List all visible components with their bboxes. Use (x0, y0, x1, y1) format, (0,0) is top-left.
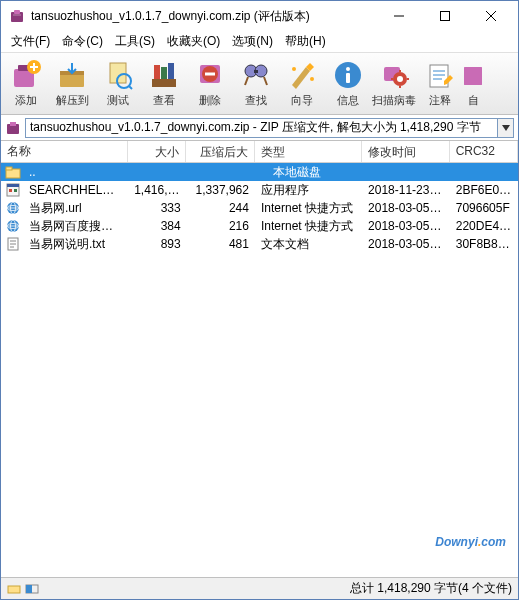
svg-rect-18 (168, 63, 174, 79)
file-crc: 7096605F (450, 200, 518, 216)
svg-rect-45 (14, 189, 17, 192)
column-headers: 名称 大小 压缩后大小 类型 修改时间 CRC32 (1, 141, 518, 163)
view-icon (148, 59, 180, 91)
app-icon (9, 8, 25, 24)
view-button[interactable]: 查看 (141, 55, 187, 113)
delete-icon (194, 59, 226, 91)
path-dropdown[interactable] (498, 118, 514, 138)
parent-folder-row[interactable]: .. 本地磁盘 (1, 163, 518, 181)
file-crc: 220DE432 (450, 218, 518, 234)
file-size: 333 (128, 200, 187, 216)
svg-rect-1 (14, 10, 20, 14)
info-button[interactable]: 信息 (325, 55, 371, 113)
add-button[interactable]: 添加 (3, 55, 49, 113)
file-name: 当易网说明.txt (23, 235, 128, 254)
address-bar (1, 115, 518, 141)
menu-options[interactable]: 选项(N) (226, 31, 279, 52)
svg-rect-10 (60, 73, 84, 87)
toolbar: 添加 解压到 测试 查看 删除 查找 向导 信息 扫描病毒 注释 自 (1, 53, 518, 115)
sfx-icon (463, 59, 483, 91)
status-icon-2 (25, 583, 39, 595)
test-icon (102, 59, 134, 91)
test-button[interactable]: 测试 (95, 55, 141, 113)
svg-rect-58 (8, 586, 20, 593)
menu-bar: 文件(F) 命令(C) 工具(S) 收藏夹(O) 选项(N) 帮助(H) (1, 31, 518, 53)
virus-icon (378, 59, 410, 91)
svg-rect-2 (13, 14, 21, 16)
file-list[interactable]: .. 本地磁盘 SEARCHHELPE...1,416,6801,337,962… (1, 163, 518, 577)
menu-tools[interactable]: 工具(S) (109, 31, 161, 52)
close-button[interactable] (468, 1, 514, 31)
path-input[interactable] (25, 118, 498, 138)
col-name[interactable]: 名称 (1, 141, 128, 162)
file-modified: 2018-03-05 1... (362, 200, 450, 216)
menu-file[interactable]: 文件(F) (5, 31, 56, 52)
maximize-button[interactable] (422, 1, 468, 31)
file-modified: 2018-03-05 1... (362, 236, 450, 252)
file-icon (5, 236, 21, 252)
file-row[interactable]: 当易网百度搜索...384216Internet 快捷方式2018-03-05 … (1, 217, 518, 235)
col-size[interactable]: 大小 (128, 141, 187, 162)
file-packed: 1,337,962 (187, 182, 255, 198)
col-type[interactable]: 类型 (255, 141, 362, 162)
col-packed[interactable]: 压缩后大小 (186, 141, 254, 162)
file-row[interactable]: 当易网.url333244Internet 快捷方式2018-03-05 1..… (1, 199, 518, 217)
file-size: 384 (128, 218, 187, 234)
file-type: Internet 快捷方式 (255, 199, 362, 218)
status-icon-1 (7, 583, 21, 595)
virus-scan-button[interactable]: 扫描病毒 (371, 55, 417, 113)
comment-button[interactable]: 注释 (417, 55, 463, 113)
file-packed: 216 (187, 218, 255, 234)
status-total: 总计 1,418,290 字节(4 个文件) (350, 580, 512, 597)
delete-button[interactable]: 删除 (187, 55, 233, 113)
extract-icon (56, 59, 88, 91)
col-modified[interactable]: 修改时间 (362, 141, 450, 162)
wizard-button[interactable]: 向导 (279, 55, 325, 113)
parent-type: 本地磁盘 (267, 163, 377, 182)
file-row[interactable]: SEARCHHELPE...1,416,6801,337,962应用程序2018… (1, 181, 518, 199)
find-button[interactable]: 查找 (233, 55, 279, 113)
file-icon (5, 200, 21, 216)
svg-rect-37 (463, 67, 483, 85)
minimize-button[interactable] (376, 1, 422, 31)
file-name: SEARCHHELPE... (23, 182, 128, 198)
extract-button[interactable]: 解压到 (49, 55, 95, 113)
sfx-button[interactable]: 自 (463, 55, 483, 113)
wizard-icon (286, 59, 318, 91)
svg-rect-43 (7, 184, 19, 187)
svg-line-14 (129, 86, 132, 89)
file-size: 893 (128, 236, 187, 252)
menu-favorites[interactable]: 收藏夹(O) (161, 31, 226, 52)
status-bar: 总计 1,418,290 字节(4 个文件) (1, 577, 518, 599)
file-packed: 481 (187, 236, 255, 252)
window-controls (376, 1, 514, 31)
svg-point-25 (292, 67, 296, 71)
svg-point-28 (346, 67, 350, 71)
file-modified: 2018-11-23 1... (362, 182, 450, 198)
svg-rect-16 (154, 65, 160, 79)
comment-icon (424, 59, 456, 91)
file-name: 当易网百度搜索... (23, 217, 128, 236)
svg-rect-29 (346, 73, 350, 83)
menu-help[interactable]: 帮助(H) (279, 31, 332, 52)
file-type: 应用程序 (255, 181, 362, 200)
svg-rect-44 (9, 189, 12, 192)
file-type: 文本文档 (255, 235, 362, 254)
svg-rect-15 (152, 79, 176, 87)
watermark: Downyi.com (435, 522, 506, 553)
col-crc32[interactable]: CRC32 (450, 141, 518, 162)
file-row[interactable]: 当易网说明.txt893481文本文档2018-03-05 1...30F8B8… (1, 235, 518, 253)
file-type: Internet 快捷方式 (255, 217, 362, 236)
svg-rect-17 (161, 67, 167, 79)
svg-rect-60 (26, 585, 32, 593)
file-name: 当易网.url (23, 199, 128, 218)
file-size: 1,416,680 (128, 182, 187, 198)
add-icon (10, 59, 42, 91)
svg-rect-4 (441, 12, 450, 21)
svg-rect-24 (254, 70, 258, 73)
svg-rect-39 (10, 122, 16, 126)
folder-up-icon (5, 164, 21, 180)
svg-rect-41 (6, 167, 12, 170)
menu-commands[interactable]: 命令(C) (56, 31, 109, 52)
parent-label: .. (23, 164, 137, 180)
